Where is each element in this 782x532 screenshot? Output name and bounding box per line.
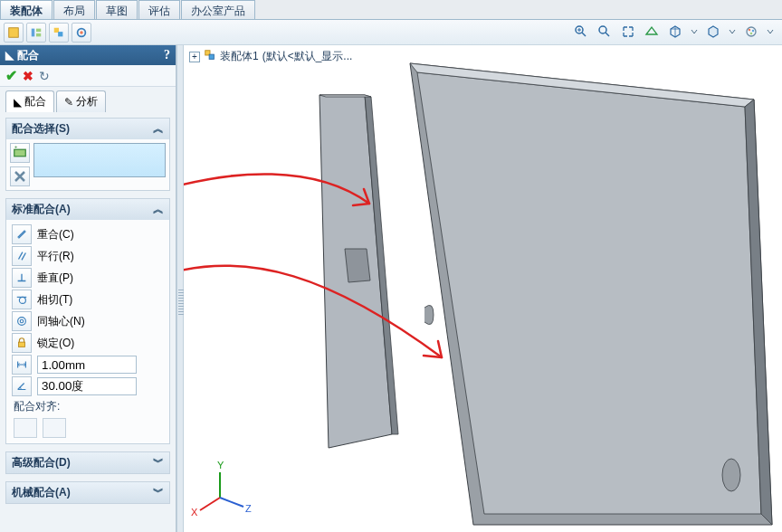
subtab-mate[interactable]: ◣配合 bbox=[5, 90, 54, 112]
svg-text:X: X bbox=[191, 507, 198, 518]
cancel-icon[interactable]: ✖ bbox=[23, 69, 33, 83]
mate-concentric[interactable]: 同轴心(N) bbox=[10, 310, 166, 332]
dropdown-chev-icon[interactable] bbox=[690, 23, 699, 41]
mate-coincident[interactable]: 重合(C) bbox=[10, 223, 166, 245]
svg-text:+: + bbox=[14, 144, 18, 149]
parallel-icon bbox=[12, 246, 32, 266]
mate-tangent-label: 相切(T) bbox=[37, 292, 72, 308]
mate-tangent[interactable]: 相切(T) bbox=[10, 289, 166, 310]
ok-icon[interactable]: ✔ bbox=[5, 67, 17, 84]
pm-title-text: 配合 bbox=[17, 48, 39, 63]
concentric-icon bbox=[12, 311, 32, 331]
svg-line-13 bbox=[606, 33, 609, 36]
dropdown-chev-icon[interactable] bbox=[766, 23, 775, 41]
svg-point-14 bbox=[747, 27, 756, 36]
svg-line-37 bbox=[220, 498, 243, 507]
chevron-down-icon: ︾ bbox=[153, 455, 164, 470]
angle-input[interactable] bbox=[37, 377, 137, 395]
lock-icon bbox=[12, 333, 32, 353]
section-advanced-mates[interactable]: 高级配合(D)︾ bbox=[6, 452, 169, 473]
mate-perpendicular-label: 垂直(P) bbox=[37, 271, 73, 286]
property-manager-panel: ◣ 配合 ✔ ✖ ↻ ◣配合 ✎分析 配合选择(S)︽ + bbox=[0, 45, 176, 532]
feature-manager-button[interactable] bbox=[4, 23, 24, 43]
pushpin-icon[interactable]: ↻ bbox=[39, 69, 50, 83]
svg-point-16 bbox=[752, 30, 754, 32]
mate-parallel[interactable]: 平行(R) bbox=[10, 245, 166, 267]
config-manager-button[interactable] bbox=[49, 23, 69, 43]
zoom-fit-icon[interactable] bbox=[596, 23, 614, 41]
perpendicular-icon bbox=[12, 268, 32, 288]
chevron-up-icon: ︽ bbox=[153, 202, 164, 217]
mate-lock[interactable]: 锁定(O) bbox=[10, 332, 166, 354]
splitter[interactable] bbox=[176, 45, 184, 532]
mate-selection-list[interactable] bbox=[33, 143, 166, 177]
svg-rect-0 bbox=[9, 27, 19, 37]
mate-icon: ◣ bbox=[14, 96, 22, 109]
align-anti[interactable] bbox=[43, 418, 66, 438]
svg-rect-23 bbox=[19, 342, 25, 347]
tangent-icon bbox=[12, 290, 32, 309]
tab-office[interactable]: 办公室产品 bbox=[181, 0, 255, 19]
tab-assembly[interactable]: 装配体 bbox=[0, 0, 52, 19]
distance-icon bbox=[12, 355, 32, 375]
svg-line-36 bbox=[200, 498, 220, 510]
section-view-icon[interactable] bbox=[666, 23, 684, 41]
svg-text:Y: Y bbox=[217, 460, 224, 470]
mate-concentric-label: 同轴心(N) bbox=[37, 314, 85, 329]
section-mechanical-mates[interactable]: 机械配合(A)︾ bbox=[6, 482, 169, 503]
orientation-triad[interactable]: Y X Z bbox=[191, 460, 252, 518]
graphics-viewport[interactable]: + 装配体1 (默认<默认_显示... bbox=[184, 45, 782, 532]
svg-point-15 bbox=[749, 29, 750, 31]
mate-distance[interactable] bbox=[10, 354, 166, 375]
align-aligned[interactable] bbox=[14, 418, 37, 438]
tab-layout[interactable]: 布局 bbox=[53, 0, 95, 19]
svg-rect-2 bbox=[36, 28, 41, 32]
tab-sketch[interactable]: 草图 bbox=[96, 0, 138, 19]
appearance-icon[interactable] bbox=[742, 23, 760, 41]
mate-angle[interactable] bbox=[10, 375, 166, 397]
mate-perpendicular[interactable]: 垂直(P) bbox=[10, 267, 166, 289]
section-advanced-mates-label: 高级配合(D) bbox=[12, 455, 71, 470]
svg-point-12 bbox=[599, 26, 606, 33]
section-standard-mates-label: 标准配合(A) bbox=[12, 202, 71, 217]
view-orientation-icon[interactable] bbox=[619, 23, 637, 41]
svg-rect-5 bbox=[58, 32, 62, 36]
svg-rect-18 bbox=[14, 149, 26, 157]
mate-entity-icon[interactable]: + bbox=[10, 143, 30, 163]
annotation-arrows bbox=[184, 174, 442, 357]
chevron-up-icon: ︽ bbox=[153, 121, 164, 137]
mate-parallel-label: 平行(R) bbox=[37, 249, 74, 264]
svg-point-22 bbox=[20, 319, 24, 323]
dropdown-chev-icon[interactable] bbox=[728, 23, 737, 41]
angle-icon bbox=[12, 376, 32, 396]
part-plate[interactable] bbox=[319, 95, 398, 448]
multi-mate-icon[interactable] bbox=[10, 166, 30, 186]
mate-coincident-label: 重合(C) bbox=[37, 227, 74, 242]
pm-title: ◣ 配合 bbox=[0, 45, 176, 65]
section-standard-mates[interactable]: 标准配合(A)︽ bbox=[6, 199, 169, 220]
svg-line-9 bbox=[582, 33, 586, 36]
distance-input[interactable] bbox=[37, 356, 137, 374]
subtab-analyze-label: 分析 bbox=[76, 94, 98, 109]
display-manager-button[interactable] bbox=[72, 23, 91, 43]
section-mate-selections[interactable]: 配合选择(S)︽ bbox=[6, 119, 169, 139]
section-mate-selections-label: 配合选择(S) bbox=[12, 121, 70, 137]
analyze-icon: ✎ bbox=[64, 96, 73, 109]
display-style-icon[interactable] bbox=[643, 23, 661, 41]
mate-icon: ◣ bbox=[5, 49, 14, 62]
help-icon[interactable] bbox=[164, 48, 170, 62]
chevron-down-icon: ︾ bbox=[153, 485, 164, 500]
viewport-svg: Y X Z bbox=[184, 45, 781, 532]
property-manager-button[interactable] bbox=[26, 23, 46, 43]
tab-review[interactable]: 评估 bbox=[138, 0, 180, 19]
svg-rect-1 bbox=[32, 28, 35, 36]
svg-point-21 bbox=[18, 318, 26, 326]
subtab-analyze[interactable]: ✎分析 bbox=[56, 90, 106, 112]
zoom-in-icon[interactable] bbox=[572, 23, 590, 41]
hide-show-icon[interactable] bbox=[704, 23, 722, 41]
svg-point-20 bbox=[19, 297, 25, 303]
svg-point-7 bbox=[80, 31, 83, 34]
svg-point-30 bbox=[722, 459, 740, 491]
part-tray[interactable] bbox=[410, 63, 772, 525]
align-label: 配合对齐: bbox=[10, 397, 166, 416]
